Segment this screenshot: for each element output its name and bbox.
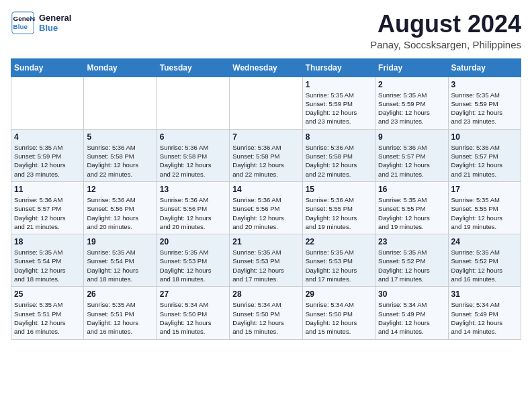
- day-number: 11: [14, 185, 81, 194]
- weekday-header-saturday: Saturday: [448, 58, 521, 77]
- day-info: Sunrise: 5:34 AM Sunset: 5:49 PM Dayligh…: [378, 300, 445, 336]
- day-number: 5: [87, 132, 153, 142]
- calendar-cell: [157, 77, 229, 129]
- day-info: Sunrise: 5:36 AM Sunset: 5:58 PM Dayligh…: [87, 143, 153, 179]
- calendar-cell: 24Sunrise: 5:35 AM Sunset: 5:52 PM Dayli…: [448, 234, 521, 287]
- calendar-cell: 15Sunrise: 5:36 AM Sunset: 5:55 PM Dayli…: [302, 181, 375, 234]
- title-area: August 2024 Panay, Soccsksargen, Philipp…: [370, 11, 521, 50]
- calendar-cell: 11Sunrise: 5:36 AM Sunset: 5:57 PM Dayli…: [11, 181, 84, 234]
- day-number: 27: [160, 289, 226, 299]
- logo-icon: General Blue: [11, 11, 35, 35]
- weekday-header-thursday: Thursday: [302, 58, 375, 77]
- calendar-cell: 23Sunrise: 5:35 AM Sunset: 5:52 PM Dayli…: [375, 234, 448, 287]
- calendar-week-1: 1Sunrise: 5:35 AM Sunset: 5:59 PM Daylig…: [11, 77, 521, 129]
- calendar-cell: 4Sunrise: 5:35 AM Sunset: 5:59 PM Daylig…: [11, 129, 84, 181]
- calendar-cell: 17Sunrise: 5:35 AM Sunset: 5:55 PM Dayli…: [448, 181, 521, 234]
- day-info: Sunrise: 5:36 AM Sunset: 5:57 PM Dayligh…: [14, 195, 81, 231]
- day-number: 17: [451, 185, 518, 194]
- day-number: 20: [160, 237, 226, 246]
- day-info: Sunrise: 5:35 AM Sunset: 5:54 PM Dayligh…: [14, 248, 81, 283]
- day-number: 2: [378, 80, 445, 89]
- day-info: Sunrise: 5:35 AM Sunset: 5:52 PM Dayligh…: [378, 248, 445, 283]
- day-info: Sunrise: 5:34 AM Sunset: 5:50 PM Dayligh…: [306, 300, 372, 336]
- calendar-cell: 2Sunrise: 5:35 AM Sunset: 5:59 PM Daylig…: [375, 77, 448, 129]
- day-number: 1: [306, 80, 372, 89]
- calendar-cell: 20Sunrise: 5:35 AM Sunset: 5:53 PM Dayli…: [157, 234, 229, 287]
- day-number: 22: [306, 237, 372, 246]
- day-info: Sunrise: 5:35 AM Sunset: 5:53 PM Dayligh…: [232, 248, 299, 283]
- day-info: Sunrise: 5:36 AM Sunset: 5:57 PM Dayligh…: [378, 143, 445, 179]
- page-title: August 2024: [370, 11, 521, 38]
- day-number: 13: [160, 185, 226, 194]
- day-number: 16: [378, 185, 445, 194]
- day-number: 4: [14, 132, 81, 142]
- day-info: Sunrise: 5:35 AM Sunset: 5:55 PM Dayligh…: [378, 195, 445, 231]
- calendar-cell: 31Sunrise: 5:34 AM Sunset: 5:49 PM Dayli…: [448, 287, 521, 339]
- calendar-cell: 14Sunrise: 5:36 AM Sunset: 5:56 PM Dayli…: [230, 181, 302, 234]
- day-info: Sunrise: 5:34 AM Sunset: 5:50 PM Dayligh…: [160, 300, 226, 336]
- day-number: 8: [306, 132, 372, 142]
- day-number: 14: [232, 185, 299, 194]
- day-info: Sunrise: 5:35 AM Sunset: 5:59 PM Dayligh…: [451, 91, 518, 126]
- calendar-cell: 10Sunrise: 5:36 AM Sunset: 5:57 PM Dayli…: [448, 129, 521, 181]
- calendar-cell: 25Sunrise: 5:35 AM Sunset: 5:51 PM Dayli…: [11, 287, 84, 339]
- day-number: 26: [87, 289, 153, 299]
- day-number: 7: [232, 132, 299, 142]
- calendar-cell: 30Sunrise: 5:34 AM Sunset: 5:49 PM Dayli…: [375, 287, 448, 339]
- logo-text: GeneralBlue: [39, 13, 71, 33]
- day-info: Sunrise: 5:35 AM Sunset: 5:55 PM Dayligh…: [451, 195, 518, 231]
- calendar-cell: [11, 77, 84, 129]
- day-info: Sunrise: 5:34 AM Sunset: 5:49 PM Dayligh…: [451, 300, 518, 336]
- calendar-cell: 9Sunrise: 5:36 AM Sunset: 5:57 PM Daylig…: [375, 129, 448, 181]
- day-number: 18: [14, 237, 81, 246]
- day-info: Sunrise: 5:35 AM Sunset: 5:53 PM Dayligh…: [306, 248, 372, 283]
- day-number: 29: [306, 289, 372, 299]
- day-number: 15: [306, 185, 372, 194]
- calendar-cell: 19Sunrise: 5:35 AM Sunset: 5:54 PM Dayli…: [84, 234, 157, 287]
- calendar-cell: 3Sunrise: 5:35 AM Sunset: 5:59 PM Daylig…: [448, 77, 521, 129]
- calendar-week-3: 11Sunrise: 5:36 AM Sunset: 5:57 PM Dayli…: [11, 181, 521, 234]
- weekday-header-tuesday: Tuesday: [157, 58, 229, 77]
- calendar-cell: 7Sunrise: 5:36 AM Sunset: 5:58 PM Daylig…: [230, 129, 302, 181]
- day-info: Sunrise: 5:36 AM Sunset: 5:58 PM Dayligh…: [306, 143, 372, 179]
- weekday-header-monday: Monday: [84, 58, 157, 77]
- calendar-week-2: 4Sunrise: 5:35 AM Sunset: 5:59 PM Daylig…: [11, 129, 521, 181]
- day-number: 28: [232, 289, 299, 299]
- calendar-cell: 26Sunrise: 5:35 AM Sunset: 5:51 PM Dayli…: [84, 287, 157, 339]
- calendar-week-4: 18Sunrise: 5:35 AM Sunset: 5:54 PM Dayli…: [11, 234, 521, 287]
- day-info: Sunrise: 5:34 AM Sunset: 5:50 PM Dayligh…: [232, 300, 299, 336]
- calendar-cell: 29Sunrise: 5:34 AM Sunset: 5:50 PM Dayli…: [302, 287, 375, 339]
- day-number: 19: [87, 237, 153, 246]
- weekday-header-wednesday: Wednesday: [230, 58, 302, 77]
- day-number: 10: [451, 132, 518, 142]
- day-info: Sunrise: 5:36 AM Sunset: 5:58 PM Dayligh…: [160, 143, 226, 179]
- day-number: 30: [378, 289, 445, 299]
- day-number: 25: [14, 289, 81, 299]
- day-info: Sunrise: 5:35 AM Sunset: 5:51 PM Dayligh…: [14, 300, 81, 336]
- calendar-cell: 13Sunrise: 5:36 AM Sunset: 5:56 PM Dayli…: [157, 181, 229, 234]
- calendar-cell: 16Sunrise: 5:35 AM Sunset: 5:55 PM Dayli…: [375, 181, 448, 234]
- calendar-body: 1Sunrise: 5:35 AM Sunset: 5:59 PM Daylig…: [11, 77, 521, 339]
- calendar-week-5: 25Sunrise: 5:35 AM Sunset: 5:51 PM Dayli…: [11, 287, 521, 339]
- day-info: Sunrise: 5:36 AM Sunset: 5:56 PM Dayligh…: [87, 195, 153, 231]
- day-info: Sunrise: 5:36 AM Sunset: 5:56 PM Dayligh…: [232, 195, 299, 231]
- day-info: Sunrise: 5:35 AM Sunset: 5:59 PM Dayligh…: [378, 91, 445, 126]
- calendar-cell: [84, 77, 157, 129]
- day-info: Sunrise: 5:36 AM Sunset: 5:58 PM Dayligh…: [232, 143, 299, 179]
- day-info: Sunrise: 5:36 AM Sunset: 5:55 PM Dayligh…: [306, 195, 372, 231]
- day-info: Sunrise: 5:35 AM Sunset: 5:54 PM Dayligh…: [87, 248, 153, 283]
- weekday-header-friday: Friday: [375, 58, 448, 77]
- calendar-cell: 8Sunrise: 5:36 AM Sunset: 5:58 PM Daylig…: [302, 129, 375, 181]
- day-number: 12: [87, 185, 153, 194]
- svg-text:Blue: Blue: [13, 23, 28, 30]
- calendar-cell: 12Sunrise: 5:36 AM Sunset: 5:56 PM Dayli…: [84, 181, 157, 234]
- calendar-cell: 27Sunrise: 5:34 AM Sunset: 5:50 PM Dayli…: [157, 287, 229, 339]
- day-info: Sunrise: 5:35 AM Sunset: 5:51 PM Dayligh…: [87, 300, 153, 336]
- page-subtitle: Panay, Soccsksargen, Philippines: [370, 39, 521, 50]
- day-number: 21: [232, 237, 299, 246]
- day-number: 31: [451, 289, 518, 299]
- day-number: 6: [160, 132, 226, 142]
- day-number: 23: [378, 237, 445, 246]
- day-number: 9: [378, 132, 445, 142]
- calendar-cell: 1Sunrise: 5:35 AM Sunset: 5:59 PM Daylig…: [302, 77, 375, 129]
